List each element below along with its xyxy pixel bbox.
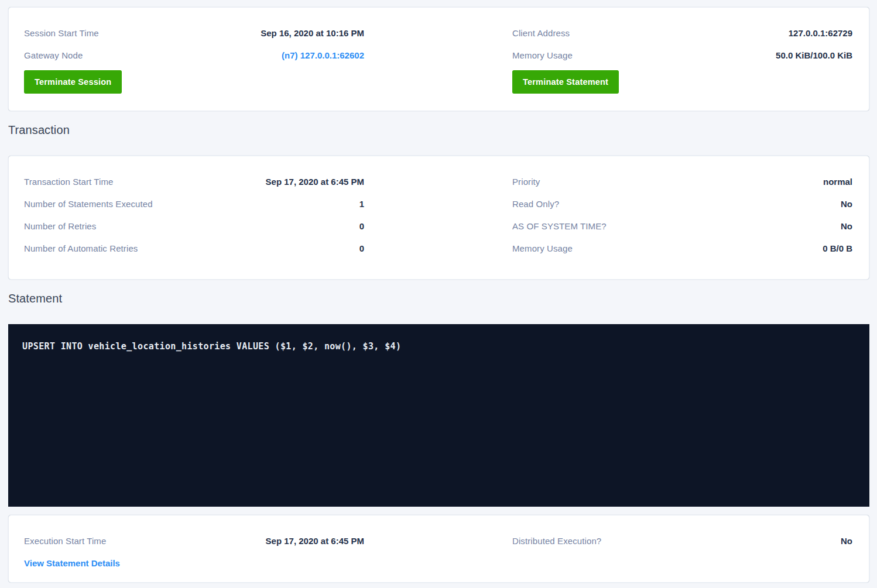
read-only-label: Read Only? <box>512 199 559 209</box>
transaction-start-time-label: Transaction Start Time <box>24 177 114 187</box>
statement-sql-text: UPSERT INTO vehicle_location_histories V… <box>22 341 855 352</box>
execution-start-time-row: Execution Start Time Sep 17, 2020 at 6:4… <box>24 529 364 552</box>
execution-grid: Execution Start Time Sep 17, 2020 at 6:4… <box>9 515 869 582</box>
as-of-system-time-label: AS OF SYSTEM TIME? <box>512 221 607 231</box>
execution-right-column: Distributed Execution? No <box>512 529 852 574</box>
transaction-start-time-row: Transaction Start Time Sep 17, 2020 at 6… <box>24 170 364 192</box>
session-details-page: Session Start Time Sep 16, 2020 at 10:16… <box>0 0 877 588</box>
distributed-execution-label: Distributed Execution? <box>512 536 601 546</box>
priority-row: Priority normal <box>512 170 852 192</box>
execution-start-time-label: Execution Start Time <box>24 536 106 546</box>
client-address-label: Client Address <box>512 28 570 38</box>
transaction-start-time-value: Sep 17, 2020 at 6:45 PM <box>266 177 364 187</box>
session-summary-grid: Session Start Time Sep 16, 2020 at 10:16… <box>9 8 869 111</box>
retries-value: 0 <box>359 221 364 231</box>
session-summary-right-column: Client Address 127.0.0.1:62729 Memory Us… <box>512 22 852 94</box>
as-of-system-time-row: AS OF SYSTEM TIME? No <box>512 215 852 237</box>
distributed-execution-value: No <box>841 536 852 546</box>
execution-card: Execution Start Time Sep 17, 2020 at 6:4… <box>8 515 869 583</box>
terminate-statement-button[interactable]: Terminate Statement <box>512 70 619 94</box>
transaction-memory-usage-value: 0 B/0 B <box>823 243 852 253</box>
session-summary-left-column: Session Start Time Sep 16, 2020 at 10:16… <box>24 22 364 94</box>
session-memory-usage-row: Memory Usage 50.0 KiB/100.0 KiB <box>512 44 852 66</box>
session-memory-usage-label: Memory Usage <box>512 50 573 60</box>
priority-label: Priority <box>512 177 540 187</box>
client-address-row: Client Address 127.0.0.1:62729 <box>512 22 852 44</box>
statement-section-title: Statement <box>8 290 869 307</box>
gateway-node-link[interactable]: (n7) 127.0.0.1:62602 <box>282 50 364 60</box>
execution-start-time-value: Sep 17, 2020 at 6:45 PM <box>266 536 364 546</box>
transaction-section-title: Transaction <box>8 122 869 138</box>
session-start-time-label: Session Start Time <box>24 28 99 38</box>
as-of-system-time-value: No <box>841 221 852 231</box>
transaction-memory-usage-label: Memory Usage <box>512 243 573 253</box>
distributed-execution-row: Distributed Execution? No <box>512 529 852 552</box>
statement-sql-box: UPSERT INTO vehicle_location_histories V… <box>8 324 869 507</box>
read-only-value: No <box>841 199 852 209</box>
transaction-right-column: Priority normal Read Only? No AS OF SYST… <box>512 170 852 259</box>
transaction-left-column: Transaction Start Time Sep 17, 2020 at 6… <box>24 170 364 259</box>
retries-label: Number of Retries <box>24 221 96 231</box>
session-start-time-value: Sep 16, 2020 at 10:16 PM <box>261 28 364 38</box>
view-statement-details-link[interactable]: View Statement Details <box>24 558 120 568</box>
gateway-node-label: Gateway Node <box>24 50 83 60</box>
statements-executed-value: 1 <box>359 199 364 209</box>
session-start-time-row: Session Start Time Sep 16, 2020 at 10:16… <box>24 22 364 44</box>
statements-executed-row: Number of Statements Executed 1 <box>24 192 364 215</box>
gateway-node-row: Gateway Node (n7) 127.0.0.1:62602 <box>24 44 364 66</box>
transaction-memory-usage-row: Memory Usage 0 B/0 B <box>512 237 852 259</box>
automatic-retries-value: 0 <box>359 243 364 253</box>
statements-executed-label: Number of Statements Executed <box>24 199 153 209</box>
transaction-card: Transaction Start Time Sep 17, 2020 at 6… <box>8 156 869 280</box>
client-address-value: 127.0.0.1:62729 <box>789 28 852 38</box>
execution-left-column: Execution Start Time Sep 17, 2020 at 6:4… <box>24 529 364 574</box>
automatic-retries-label: Number of Automatic Retries <box>24 243 138 253</box>
session-summary-card: Session Start Time Sep 16, 2020 at 10:16… <box>8 7 869 111</box>
priority-value: normal <box>823 177 852 187</box>
transaction-grid: Transaction Start Time Sep 17, 2020 at 6… <box>9 156 869 279</box>
retries-row: Number of Retries 0 <box>24 215 364 237</box>
terminate-session-button[interactable]: Terminate Session <box>24 70 122 94</box>
session-memory-usage-value: 50.0 KiB/100.0 KiB <box>776 50 852 60</box>
view-statement-details-row: View Statement Details <box>24 552 364 574</box>
automatic-retries-row: Number of Automatic Retries 0 <box>24 237 364 259</box>
read-only-row: Read Only? No <box>512 192 852 215</box>
